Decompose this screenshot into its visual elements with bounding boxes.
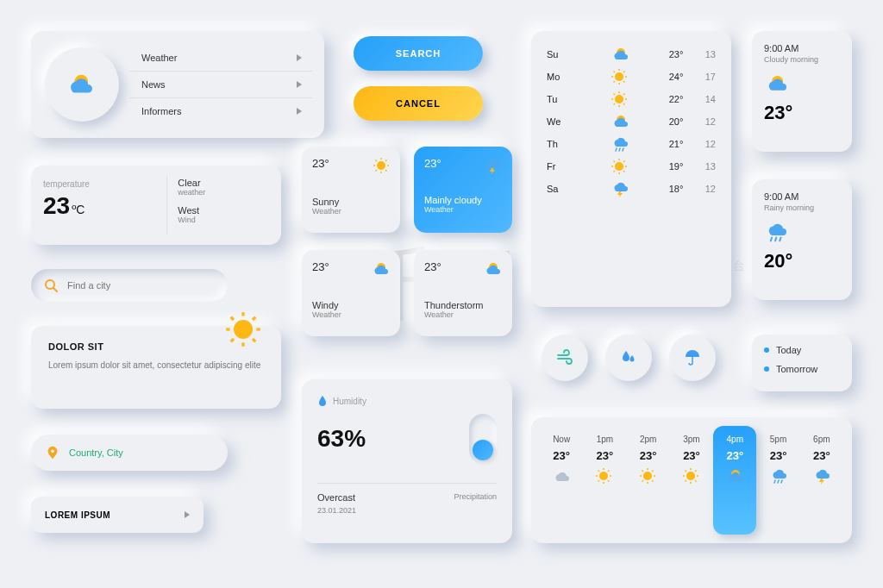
- tile-windy-temp: 23°: [312, 260, 329, 273]
- partly-cloudy-icon: [764, 72, 790, 95]
- partly-icon: [611, 46, 629, 63]
- partly-icon: [611, 113, 629, 130]
- info-body: Lorem ipsum dolor sit amet, consectetur …: [48, 359, 264, 372]
- morning1-sub: Cloudy morning: [764, 55, 840, 64]
- sun-icon: [595, 467, 614, 485]
- play-icon: [185, 511, 190, 518]
- lorem-button[interactable]: LOREM IPSUM: [31, 497, 204, 533]
- temperature-unit: ºC: [72, 203, 85, 216]
- humidity-toggle[interactable]: [469, 414, 497, 464]
- hour-cell[interactable]: 1pm23°: [583, 426, 626, 535]
- rain-icon: [769, 467, 788, 485]
- tile-thunder-temp: 23°: [424, 260, 442, 273]
- toggle-tomorrow[interactable]: Tomorrow: [764, 364, 840, 374]
- hour-cell[interactable]: 6pm23°: [800, 426, 843, 535]
- hour-cell[interactable]: 5pm23°: [756, 426, 799, 535]
- menu-item-informers[interactable]: Informers: [129, 98, 312, 124]
- temperature-value: 23: [43, 192, 70, 220]
- chevron-right-icon: [297, 54, 302, 61]
- week-row[interactable]: We20°12: [531, 110, 731, 133]
- partly-cloudy-icon: [483, 260, 502, 278]
- lorem-label: LOREM IPSUM: [45, 510, 110, 520]
- hourly-forecast: Now23°1pm23°2pm23°3pm23°4pm23°5pm23°6pm2…: [531, 417, 852, 543]
- sun-icon: [224, 310, 266, 352]
- location-text: Country, City: [69, 447, 123, 458]
- rain-icon: [611, 135, 629, 153]
- menu-item-news[interactable]: News: [129, 72, 312, 98]
- cond-clear: Clear: [178, 178, 271, 188]
- search-button[interactable]: SEARCH: [354, 36, 483, 71]
- drops-icon: [619, 348, 638, 367]
- sun-icon: [611, 158, 629, 175]
- partly-cloudy-icon: [371, 260, 390, 278]
- hour-cell[interactable]: 3pm23°: [670, 426, 713, 535]
- umbrella-icon: [683, 348, 702, 367]
- hour-cell[interactable]: Now23°: [540, 426, 583, 535]
- cond-wind: West: [178, 205, 271, 216]
- hour-cell[interactable]: 2pm23°: [627, 426, 670, 535]
- sun-icon: [639, 467, 658, 485]
- sun-icon: [611, 68, 629, 85]
- morning2-time: 9:00 AM: [764, 191, 840, 202]
- storm-icon: [483, 157, 502, 174]
- humidity-value: 63%: [317, 425, 366, 453]
- week-row[interactable]: Tu22°14: [531, 88, 731, 110]
- tile-cloudy-temp: 23°: [424, 157, 442, 170]
- humidity-button[interactable]: [605, 335, 652, 381]
- morning2-sub: Rainy morning: [764, 203, 840, 212]
- temperature-label: temperature: [43, 179, 154, 189]
- storm-icon: [611, 180, 629, 197]
- rain-icon: [764, 221, 790, 243]
- droplet-icon: [317, 395, 328, 407]
- tile-sunny-sub: Weather: [312, 207, 390, 216]
- location-pill[interactable]: Country, City: [31, 435, 228, 471]
- sun-icon: [611, 91, 629, 108]
- tile-windy-sub: Weather: [312, 310, 390, 319]
- tile-sunny-name: Sunny: [312, 197, 390, 207]
- tile-thunder-name: Thunderstorm: [424, 300, 502, 310]
- week-row[interactable]: Th21°12: [531, 133, 731, 155]
- chevron-right-icon: [297, 108, 302, 115]
- cond-clear-sub: weather: [178, 188, 271, 197]
- sun-icon: [373, 157, 390, 174]
- tile-thunder-sub: Weather: [424, 310, 502, 319]
- weekly-forecast: Su23°13Mo24°17Tu22°14We20°12Th21°12Fr19°…: [531, 31, 731, 307]
- wind-icon: [555, 348, 574, 367]
- cancel-button[interactable]: CANCEL: [354, 86, 483, 121]
- week-row[interactable]: Su23°13: [531, 43, 731, 66]
- tile-cloudy-name: Mainly cloudy: [424, 195, 502, 205]
- humidity-precip: Precipitation: [454, 492, 497, 501]
- humidity-cond: Overcast: [317, 492, 356, 503]
- tile-cloudy-sub: Weather: [424, 205, 502, 214]
- search-input[interactable]: [67, 280, 216, 291]
- wind-button[interactable]: [542, 335, 588, 381]
- chevron-right-icon: [297, 81, 302, 88]
- weather-cloud-sun-icon: [65, 71, 99, 98]
- morning1-temp: 23°: [764, 102, 840, 124]
- tile-windy-name: Windy: [312, 300, 390, 310]
- partly-icon: [725, 467, 744, 485]
- menu-item-weather[interactable]: Weather: [129, 45, 312, 72]
- morning2-temp: 20°: [764, 250, 840, 272]
- pin-icon: [45, 445, 60, 460]
- humidity-label: Humidity: [333, 397, 366, 406]
- search-icon: [43, 278, 59, 293]
- cond-wind-sub: Wind: [178, 216, 271, 224]
- week-row[interactable]: Mo24°17: [531, 66, 731, 88]
- tile-sunny-temp: 23°: [312, 157, 329, 170]
- humidity-date: 23.01.2021: [317, 506, 356, 515]
- cloud-icon: [552, 467, 571, 485]
- week-row[interactable]: Sa18°12: [531, 178, 731, 200]
- hour-cell[interactable]: 4pm23°: [713, 426, 756, 535]
- storm-icon: [812, 467, 831, 485]
- sun-icon: [682, 467, 701, 485]
- precipitation-button[interactable]: [669, 335, 716, 381]
- week-row[interactable]: Fr19°13: [531, 155, 731, 178]
- morning1-time: 9:00 AM: [764, 43, 840, 53]
- toggle-today[interactable]: Today: [764, 345, 840, 355]
